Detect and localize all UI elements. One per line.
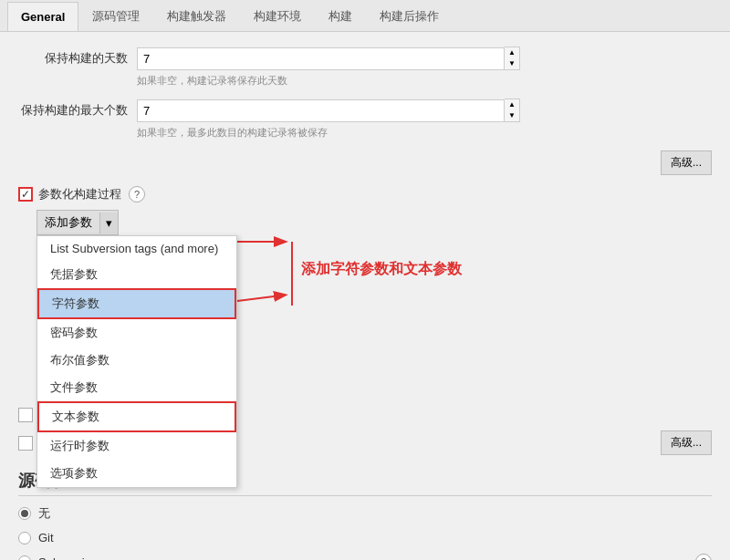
days-spinner: ▲ ▼	[505, 47, 520, 70]
advanced-btn-row: 高级...	[18, 150, 712, 175]
dropdown-item-credentials[interactable]: 凭据参数	[37, 261, 236, 288]
add-param-text: 添加参数	[37, 211, 99, 234]
dropdown-item-file[interactable]: 文件参数	[37, 374, 236, 401]
tab-general[interactable]: General	[7, 2, 78, 31]
max-spin-down[interactable]: ▼	[505, 110, 519, 121]
parameterize-help-icon[interactable]: ?	[129, 186, 145, 202]
add-param-button[interactable]: 添加参数 ▾	[36, 210, 119, 235]
dropdown-item-string-param[interactable]: 字符参数	[37, 288, 236, 319]
dropdown-item-svn-tags[interactable]: List Subversion tags (and more)	[37, 236, 236, 261]
max-hint: 如果非空，最多此数目的构建记录将被保存	[137, 126, 712, 140]
radio-none-label: 无	[38, 505, 50, 522]
days-label: 保持构建的天数	[18, 50, 137, 67]
tab-env[interactable]: 构建环境	[240, 0, 315, 32]
dropdown-item-boolean[interactable]: 布尔值参数	[37, 347, 236, 374]
annotation-arrows: 添加字符参数和文本参数	[201, 223, 456, 336]
tab-post[interactable]: 构建后操作	[366, 0, 453, 32]
max-spin-up[interactable]: ▲	[505, 99, 519, 110]
radio-git-row: Git	[18, 531, 712, 544]
days-hint: 如果非空，构建记录将保存此天数	[137, 74, 712, 88]
radio-none-row: 无	[18, 505, 712, 522]
dropdown-item-runtime[interactable]: 运行时参数	[37, 432, 236, 460]
dropdown-item-choice[interactable]: 选项参数	[37, 460, 236, 487]
advanced-right-button[interactable]: 高级...	[661, 430, 712, 455]
add-param-arrow[interactable]: ▾	[99, 213, 118, 233]
tab-trigger[interactable]: 构建触发器	[153, 0, 240, 32]
subversion-help-icon[interactable]: ?	[695, 554, 712, 560]
radio-subversion-row: Subversion ?	[18, 554, 712, 560]
radio-subversion[interactable]	[18, 555, 31, 560]
dropdown-item-password[interactable]: 密码参数	[37, 319, 236, 347]
close-checkbox[interactable]	[18, 408, 33, 422]
add-param-wrap: 添加参数 ▾ List Subversion tags (and more) 凭…	[36, 210, 119, 235]
dropdown-item-text-param[interactable]: 文本参数	[37, 401, 236, 432]
necessary-checkbox[interactable]	[18, 436, 33, 451]
tab-build[interactable]: 构建	[315, 0, 366, 32]
days-spin-down[interactable]: ▼	[505, 58, 519, 69]
advanced-button[interactable]: 高级...	[661, 150, 712, 175]
parameterize-checkbox[interactable]: ✓	[18, 187, 33, 202]
max-input[interactable]	[137, 99, 505, 122]
max-row: 保持构建的最大个数 ▲ ▼	[18, 99, 712, 122]
max-input-wrap: ▲ ▼	[137, 99, 520, 122]
dropdown-section: 添加参数 ▾ List Subversion tags (and more) 凭…	[18, 210, 712, 243]
dropdown-menu: List Subversion tags (and more) 凭据参数 字符参…	[36, 235, 237, 488]
annotation-svg	[201, 223, 456, 333]
content-area: 保持构建的天数 ▲ ▼ 如果非空，构建记录将保存此天数 保持构建的最大个数 ▲ …	[0, 32, 730, 560]
days-spin-up[interactable]: ▲	[505, 47, 519, 58]
radio-git[interactable]	[18, 532, 31, 544]
check-mark: ✓	[21, 188, 30, 201]
days-input[interactable]	[137, 47, 505, 70]
parameterize-row: ✓ 参数化构建过程 ?	[18, 186, 712, 202]
tab-source[interactable]: 源码管理	[78, 0, 153, 32]
main-window: General 源码管理 构建触发器 构建环境 构建 构建后操作 保持构建的天数…	[0, 0, 730, 560]
radio-git-label: Git	[38, 531, 54, 544]
max-label: 保持构建的最大个数	[18, 102, 137, 119]
radio-none[interactable]	[18, 507, 31, 520]
annotation-text: 添加字符参数和文本参数	[301, 260, 462, 279]
days-input-wrap: ▲ ▼	[137, 47, 520, 70]
radio-subversion-label: Subversion	[38, 555, 98, 561]
tab-bar: General 源码管理 构建触发器 构建环境 构建 构建后操作	[0, 0, 730, 32]
days-row: 保持构建的天数 ▲ ▼	[18, 47, 712, 70]
parameterize-label: 参数化构建过程	[38, 186, 121, 202]
max-spinner: ▲ ▼	[505, 99, 520, 122]
